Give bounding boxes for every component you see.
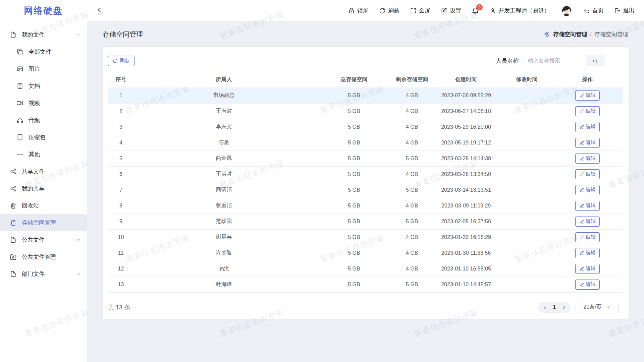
sidebar-item-recycle-bin[interactable]: 回收站 — [0, 197, 87, 214]
share-icon — [9, 168, 17, 175]
cell-free: 5 GB — [394, 277, 430, 292]
chevron-left-icon — [543, 305, 548, 310]
cell-no: 7 — [108, 182, 134, 198]
refresh-button[interactable]: 刷新 — [108, 56, 135, 66]
edit-button[interactable]: 编辑 — [575, 280, 600, 290]
lock-screen-button[interactable]: 锁屏 — [348, 7, 369, 14]
sidebar-item-archives[interactable]: 压缩包 — [0, 129, 87, 146]
cell-total: 5 GB — [314, 182, 394, 198]
notification-badge: 3 — [476, 4, 483, 10]
home-link[interactable]: 首页 — [583, 7, 604, 14]
edit-button[interactable]: 编辑 — [575, 248, 600, 258]
prev-page-button[interactable] — [540, 302, 550, 313]
pencil-icon — [579, 219, 584, 224]
fullscreen-button[interactable]: 全屏 — [410, 7, 430, 14]
app-root: 网络硬盘 我的文件全部文件图片文档视频音频压缩包其他共享文件我的共享回收站存储空… — [0, 0, 644, 362]
fullscreen-icon — [410, 7, 417, 14]
page-number[interactable]: 1 — [550, 304, 559, 311]
table-row: 8张重洁5 GB4 GB2023-03-09 11:09:29编辑 — [108, 198, 623, 214]
main-area: 锁屏刷新全屏设置 3 开发工程师（易洪） — [87, 0, 644, 362]
search-button[interactable] — [586, 55, 604, 66]
edit-button[interactable]: 编辑 — [575, 122, 600, 132]
app-logo: 网络硬盘 — [0, 0, 87, 21]
sidebar-item-my-shares[interactable]: 我的共享 — [0, 180, 87, 197]
logout-link[interactable]: 退出 — [614, 7, 635, 14]
cell-created: 2023-05-19 19:17:12 — [430, 135, 502, 150]
sidebar-item-label: 存储空间管理 — [22, 219, 56, 227]
breadcrumb-item[interactable]: 存储空间管理 — [553, 31, 587, 38]
edit-button[interactable]: 编辑 — [575, 232, 600, 242]
cell-modified — [502, 277, 551, 292]
pencil-icon — [579, 203, 584, 208]
pencil-icon — [579, 109, 584, 114]
cell-modified — [502, 87, 551, 103]
edit-button[interactable]: 编辑 — [575, 217, 600, 227]
pencil-icon — [579, 188, 584, 192]
edit-button[interactable]: 编辑 — [575, 106, 600, 116]
file-icon — [9, 236, 17, 244]
cell-actions: 编辑 — [551, 182, 623, 198]
table-row: 9范政阳5 GB5 GB2023-02-05 16:37:56编辑 — [108, 214, 623, 229]
cell-no: 3 — [108, 119, 134, 135]
search-icon — [592, 58, 598, 64]
edit-button[interactable]: 编辑 — [575, 138, 600, 148]
cell-created: 2023-06-27 14:08:18 — [430, 103, 502, 119]
table-header-row: 序号所属人总存储空间剩余存储空间创建时间修改时间操作 — [108, 72, 623, 87]
sidebar-item-my-files[interactable]: 我的文件 — [0, 26, 87, 43]
cell-actions: 编辑 — [551, 277, 623, 292]
pager: 1 — [538, 302, 571, 313]
sidebar-item-documents[interactable]: 文档 — [0, 77, 87, 95]
share-icon — [9, 185, 17, 192]
sidebar-item-label: 共享文件 — [22, 168, 45, 175]
next-page-button[interactable] — [559, 302, 569, 313]
sidebar-item-all-files[interactable]: 全部文件 — [0, 43, 87, 60]
column-header: 总存储空间 — [314, 72, 394, 87]
avatar[interactable] — [560, 4, 573, 17]
sidebar-nav: 我的文件全部文件图片文档视频音频压缩包其他共享文件我的共享回收站存储空间管理公共… — [0, 21, 87, 283]
sidebar-item-others[interactable]: 其他 — [0, 146, 87, 163]
table-row: 1市场副总5 GB4 GB2023-07-06 09:55:29编辑 — [108, 87, 623, 103]
breadcrumb-separator: / — [590, 31, 592, 38]
page-size-select[interactable]: 20条/页 — [576, 302, 619, 313]
cell-owner: 王海波 — [134, 103, 314, 119]
menu-fold-icon[interactable] — [97, 7, 104, 14]
cell-created: 2023-01-10 16:58:05 — [430, 261, 502, 277]
user-icon — [489, 7, 496, 14]
cell-owner: 商清清 — [134, 182, 314, 198]
sidebar-item-public-files[interactable]: 公共文件 — [0, 231, 87, 248]
column-header: 操作 — [551, 72, 623, 87]
edit-button[interactable]: 编辑 — [575, 90, 600, 101]
refresh-button[interactable]: 刷新 — [379, 7, 399, 14]
edit-button-label: 编辑 — [586, 234, 596, 240]
cell-total: 5 GB — [314, 261, 394, 277]
cell-modified — [502, 214, 551, 229]
search-input[interactable] — [524, 55, 586, 66]
sidebar-item-department-files[interactable]: 部门文件 — [0, 265, 87, 283]
edit-button-label: 编辑 — [586, 218, 596, 225]
topbar-actions: 锁屏刷新全屏设置 — [348, 7, 461, 14]
settings-button[interactable]: 设置 — [441, 7, 461, 14]
sidebar-item-shared-files[interactable]: 共享文件 — [0, 163, 87, 180]
video-icon — [16, 100, 23, 107]
current-user[interactable]: 开发工程师（易洪） — [489, 7, 550, 14]
edit-button[interactable]: 编辑 — [575, 201, 600, 211]
sidebar-item-public-file-management[interactable]: 公共文件管理 — [0, 248, 87, 265]
edit-button[interactable]: 编辑 — [575, 169, 600, 179]
edit-button-label: 编辑 — [586, 202, 596, 209]
cell-no: 2 — [108, 103, 134, 119]
cell-owner: 范政阳 — [134, 214, 314, 229]
cell-free: 5 GB — [394, 214, 430, 229]
edit-button[interactable]: 编辑 — [575, 154, 600, 164]
cell-created: 2023-03-28 13:34:50 — [430, 166, 502, 182]
sidebar-item-audio[interactable]: 音频 — [0, 112, 87, 129]
sidebar-item-storage-management[interactable]: 存储空间管理 — [0, 214, 87, 231]
sidebar-item-videos[interactable]: 视频 — [0, 95, 87, 112]
cell-free: 4 GB — [394, 166, 430, 182]
edit-button[interactable]: 编辑 — [575, 264, 600, 274]
home-label: 首页 — [592, 7, 604, 14]
breadcrumb: 存储空间管理 / 存储空间管理 — [544, 31, 629, 38]
sidebar-item-images[interactable]: 图片 — [0, 60, 87, 77]
column-header: 所属人 — [134, 72, 314, 87]
edit-button[interactable]: 编辑 — [575, 185, 600, 195]
notification-button[interactable]: 3 — [472, 7, 479, 14]
